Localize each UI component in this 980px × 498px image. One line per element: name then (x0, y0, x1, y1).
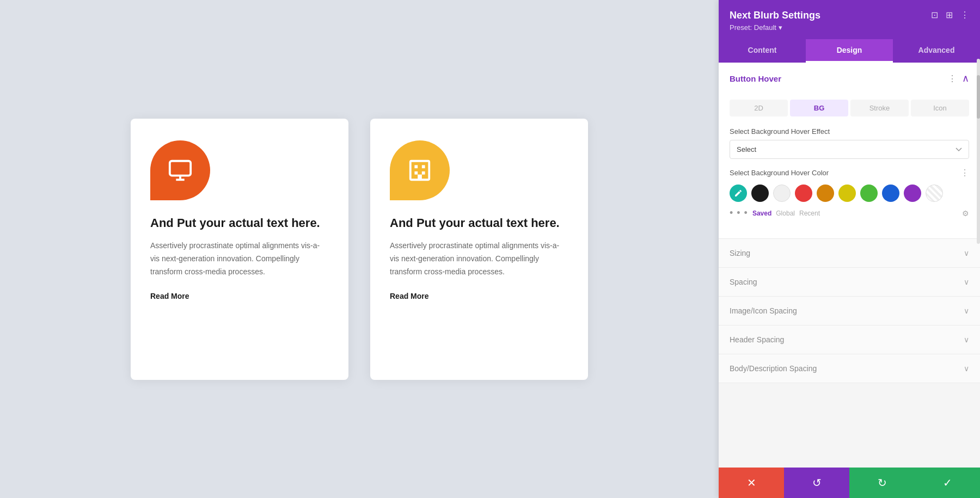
color-purple[interactable] (904, 185, 921, 202)
spacing-chevron: ∨ (964, 278, 969, 286)
save-button[interactable]: ✓ (915, 468, 980, 498)
svg-rect-8 (418, 174, 422, 180)
color-striped[interactable] (926, 185, 943, 202)
svg-rect-4 (414, 165, 418, 168)
card-1-title: And Put your actual text here. (150, 216, 329, 231)
header-spacing-chevron: ∨ (964, 335, 969, 344)
button-hover-menu-icon[interactable]: ⋮ (948, 73, 957, 84)
bg-hover-color-menu[interactable]: ⋮ (960, 168, 969, 178)
sizing-title: Sizing (730, 249, 750, 257)
canvas-area: And Put your actual text here. Assertive… (0, 0, 719, 498)
color-tag-recent[interactable]: Recent (799, 210, 820, 217)
panel-preset[interactable]: Preset: Default ▾ (730, 23, 820, 32)
blurb-card-1: And Put your actual text here. Assertive… (131, 119, 348, 380)
image-icon-spacing-chevron: ∨ (964, 306, 969, 315)
color-tag-global[interactable]: Global (776, 210, 795, 217)
color-black[interactable] (751, 185, 769, 202)
settings-panel: Next Blurb Settings Preset: Default ▾ ⊡ … (719, 0, 980, 498)
tab-design[interactable]: Design (806, 39, 893, 63)
panel-footer: ✕ ↺ ↻ ✓ (719, 468, 980, 498)
cancel-button[interactable]: ✕ (719, 468, 784, 498)
panel-screenshot-icon[interactable]: ⊡ (931, 10, 938, 20)
card-2-icon-wrap (390, 140, 450, 200)
color-tags-row: • • • Saved Global Recent ⚙ (730, 207, 969, 219)
body-description-spacing-section[interactable]: Body/Description Spacing ∨ (719, 354, 980, 383)
color-red[interactable] (795, 185, 812, 202)
bg-hover-effect-field: Select Background Hover Effect Select (730, 127, 969, 159)
image-icon-spacing-section[interactable]: Image/Icon Spacing ∨ (719, 297, 980, 325)
panel-header: Next Blurb Settings Preset: Default ▾ ⊡ … (719, 0, 980, 39)
card-1-icon-wrap (150, 140, 210, 200)
card-1-body: Assertively procrastinate optimal alignm… (150, 239, 329, 278)
spacing-title: Spacing (730, 278, 757, 286)
tab-content[interactable]: Content (719, 39, 806, 63)
card-2-title: And Put your actual text here. (390, 216, 568, 231)
button-hover-content: 2D BG Stroke Icon Select Background Hove… (719, 94, 980, 238)
blurb-card-2: And Put your actual text here. Assertive… (370, 119, 588, 380)
color-swatches-row (730, 185, 969, 202)
bg-hover-effect-select[interactable]: Select (730, 140, 969, 159)
body-description-spacing-title: Body/Description Spacing (730, 364, 817, 373)
card-1-read-more[interactable]: Read More (150, 292, 189, 300)
sizing-section[interactable]: Sizing ∨ (719, 239, 980, 268)
button-hover-header[interactable]: Button Hover ⋮ ∧ (719, 63, 980, 94)
svg-rect-5 (422, 165, 425, 168)
bg-hover-effect-label: Select Background Hover Effect (730, 127, 969, 136)
svg-rect-6 (414, 171, 418, 174)
button-hover-title: Button Hover (730, 74, 781, 83)
header-spacing-title: Header Spacing (730, 335, 784, 344)
button-hover-section: Button Hover ⋮ ∧ 2D BG Stroke Icon Selec… (719, 63, 980, 239)
bg-hover-color-label: Select Background Hover Color (730, 169, 829, 177)
color-yellow[interactable] (838, 185, 856, 202)
button-hover-sub-tabs: 2D BG Stroke Icon (730, 100, 969, 116)
spacing-section[interactable]: Spacing ∨ (719, 268, 980, 297)
card-2-body: Assertively procrastinate optimal alignm… (390, 239, 568, 278)
button-hover-chevron-up: ∧ (962, 72, 969, 84)
panel-more-icon[interactable]: ⋮ (960, 10, 969, 20)
color-tag-saved[interactable]: Saved (752, 210, 771, 217)
sub-tab-icon[interactable]: Icon (911, 100, 969, 116)
header-spacing-section[interactable]: Header Spacing ∨ (719, 325, 980, 354)
scrollbar-thumb[interactable] (977, 75, 980, 119)
building-icon (407, 158, 432, 183)
color-picker-btn[interactable] (730, 185, 747, 202)
bg-hover-color-field: Select Background Hover Color ⋮ (730, 168, 969, 219)
color-white[interactable] (773, 185, 791, 202)
panel-tabs: Content Design Advanced (719, 39, 980, 63)
color-more-dots[interactable]: • • • (730, 207, 748, 219)
body-description-spacing-chevron: ∨ (964, 364, 969, 373)
reset-button[interactable]: ↺ (784, 468, 849, 498)
image-icon-spacing-title: Image/Icon Spacing (730, 306, 797, 315)
color-blue[interactable] (882, 185, 899, 202)
sub-tab-2d[interactable]: 2D (730, 100, 788, 116)
panel-title: Next Blurb Settings (730, 10, 820, 21)
monitor-icon (168, 158, 193, 183)
panel-content: Button Hover ⋮ ∧ 2D BG Stroke Icon Selec… (719, 63, 980, 498)
panel-layout-icon[interactable]: ⊞ (946, 10, 953, 20)
svg-rect-0 (170, 161, 191, 175)
tab-advanced[interactable]: Advanced (893, 39, 980, 63)
color-orange[interactable] (817, 185, 834, 202)
scrollbar-track[interactable] (977, 59, 980, 244)
card-2-read-more[interactable]: Read More (390, 292, 429, 300)
color-green[interactable] (860, 185, 878, 202)
sub-tab-stroke[interactable]: Stroke (850, 100, 909, 116)
sub-tab-bg[interactable]: BG (790, 100, 848, 116)
redo-button[interactable]: ↻ (849, 468, 915, 498)
color-settings-icon[interactable]: ⚙ (962, 209, 969, 218)
sizing-chevron: ∨ (964, 249, 969, 257)
svg-rect-7 (422, 171, 425, 174)
